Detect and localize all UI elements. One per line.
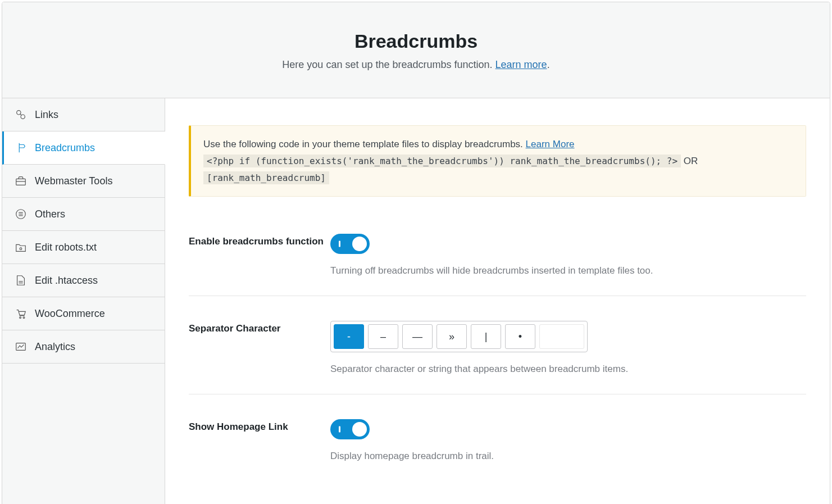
sidebar-item-breadcrumbs[interactable]: Breadcrumbs bbox=[2, 131, 165, 165]
sidebar-item-analytics[interactable]: Analytics bbox=[2, 330, 165, 364]
sidebar-item-label: WooCommerce bbox=[35, 308, 105, 320]
show-homepage-toggle[interactable] bbox=[330, 419, 370, 439]
sidebar-item-edit-robots[interactable]: Edit robots.txt bbox=[2, 231, 165, 264]
separator-button-group: - – — » | • bbox=[330, 321, 588, 352]
sidebar-item-woocommerce[interactable]: WooCommerce bbox=[2, 297, 165, 330]
sidebar-item-label: Links bbox=[35, 109, 58, 121]
notice-learn-more-link[interactable]: Learn More bbox=[526, 139, 575, 149]
panel-body: Links Breadcrumbs Webmaster Tools Others bbox=[2, 98, 830, 504]
info-notice: Use the following code in your theme tem… bbox=[189, 125, 806, 197]
cart-icon bbox=[15, 307, 27, 320]
separator-option-pipe[interactable]: | bbox=[471, 324, 501, 349]
toolbox-icon bbox=[15, 175, 27, 187]
separator-option-hyphen[interactable]: - bbox=[334, 324, 364, 349]
learn-more-link[interactable]: Learn more bbox=[495, 59, 547, 70]
sidebar: Links Breadcrumbs Webmaster Tools Others bbox=[2, 98, 165, 504]
list-icon bbox=[15, 208, 27, 220]
separator-option-emdash[interactable]: — bbox=[402, 324, 433, 349]
field-description: Display homepage breadcrumb in trail. bbox=[330, 451, 806, 462]
field-label: Separator Character bbox=[189, 321, 330, 375]
sidebar-item-links[interactable]: Links bbox=[2, 98, 165, 131]
sidebar-item-label: Breadcrumbs bbox=[35, 142, 95, 154]
sidebar-item-label: Edit .htaccess bbox=[35, 275, 98, 287]
link-icon bbox=[15, 108, 27, 121]
settings-content: Use the following code in your theme tem… bbox=[165, 98, 830, 504]
field-description: Turning off breadcrumbs will hide breadc… bbox=[330, 265, 806, 276]
sidebar-item-webmaster-tools[interactable]: Webmaster Tools bbox=[2, 165, 165, 198]
separator-option-bullet[interactable]: • bbox=[505, 324, 535, 349]
field-label: Show Homepage Link bbox=[189, 419, 330, 462]
panel-header: Breadcrumbs Here you can set up the brea… bbox=[2, 2, 830, 98]
field-label: Enable breadcrumbs function bbox=[189, 234, 330, 276]
field-show-homepage-link: Show Homepage Link Display homepage brea… bbox=[189, 408, 806, 481]
separator-option-custom[interactable] bbox=[539, 324, 584, 349]
field-separator-character: Separator Character - – — » | • Separato… bbox=[189, 310, 806, 394]
chart-icon bbox=[15, 340, 27, 353]
field-enable-breadcrumbs: Enable breadcrumbs function Turning off … bbox=[189, 223, 806, 296]
svg-rect-4 bbox=[16, 179, 26, 185]
shortcode-snippet: [rank_math_breadcrumb] bbox=[203, 171, 329, 184]
separator-option-endash[interactable]: – bbox=[368, 324, 398, 349]
separator-option-raquo[interactable]: » bbox=[437, 324, 467, 349]
page-title: Breadcrumbs bbox=[13, 30, 819, 52]
svg-point-10 bbox=[20, 248, 22, 250]
svg-point-13 bbox=[20, 317, 21, 319]
sidebar-item-label: Others bbox=[35, 208, 65, 220]
sidebar-item-label: Webmaster Tools bbox=[35, 175, 112, 187]
field-description: Separator character or string that appea… bbox=[330, 364, 806, 375]
svg-line-2 bbox=[20, 114, 22, 116]
page-subtitle: Here you can set up the breadcrumbs func… bbox=[13, 59, 819, 71]
signpost-icon bbox=[15, 142, 27, 154]
sidebar-item-label: Analytics bbox=[35, 341, 75, 353]
enable-breadcrumbs-toggle[interactable] bbox=[330, 234, 370, 254]
sidebar-item-others[interactable]: Others bbox=[2, 198, 165, 231]
file-icon bbox=[15, 274, 27, 287]
php-code-snippet: <?php if (function_exists('rank_math_the… bbox=[203, 155, 681, 167]
settings-panel: Breadcrumbs Here you can set up the brea… bbox=[2, 2, 830, 504]
sidebar-item-edit-htaccess[interactable]: Edit .htaccess bbox=[2, 264, 165, 297]
sidebar-item-label: Edit robots.txt bbox=[35, 242, 97, 253]
folder-cog-icon bbox=[15, 241, 27, 253]
svg-point-14 bbox=[23, 317, 25, 319]
